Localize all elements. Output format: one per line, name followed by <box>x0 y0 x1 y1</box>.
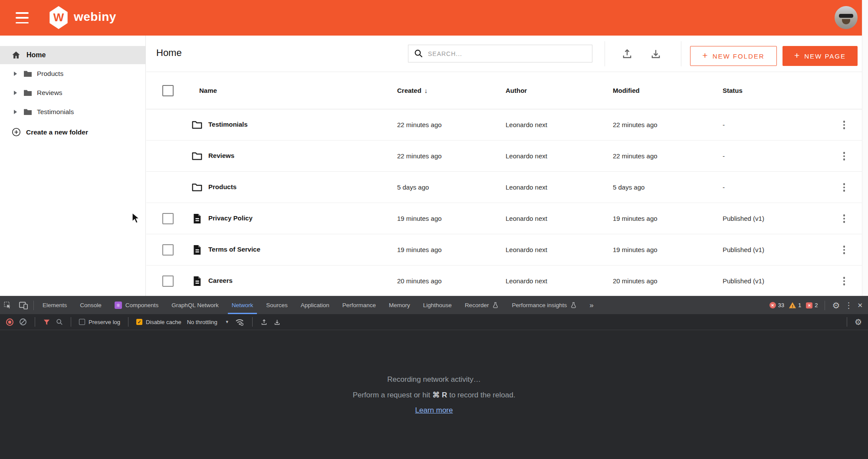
sidebar-item-testimonials[interactable]: Testimonials <box>0 102 145 121</box>
plus-circle-icon <box>12 128 21 137</box>
row-actions-button[interactable] <box>839 275 849 287</box>
table-row-reviews[interactable]: Reviews 22 minutes ago Leonardo next 22 … <box>146 141 862 172</box>
row-checkbox[interactable] <box>162 213 174 224</box>
tab-recorder[interactable]: Recorder <box>458 296 506 314</box>
plus-icon: + <box>794 50 799 61</box>
column-header-author[interactable]: Author <box>506 87 527 94</box>
tabbar-divider <box>825 301 825 310</box>
create-new-folder-button[interactable]: Create a new folder <box>0 128 145 137</box>
sidebar-item-reviews[interactable]: Reviews <box>0 83 145 102</box>
row-name[interactable]: Testimonials <box>208 121 248 128</box>
home-icon <box>11 50 21 60</box>
devtools-close-icon[interactable]: ✕ <box>857 302 863 308</box>
record-network-log-button[interactable] <box>6 318 13 326</box>
chevron-right-icon[interactable] <box>14 110 17 114</box>
devtools-menu-kebab-icon[interactable]: ⋮ <box>845 302 852 309</box>
row-name[interactable]: Careers <box>208 277 233 284</box>
row-name[interactable]: Privacy Policy <box>208 214 253 222</box>
recording-message: Recording network activity… <box>387 375 480 384</box>
cell-modified: 22 minutes ago <box>613 152 658 160</box>
table-row-products[interactable]: Products 5 days ago Leonardo next 5 days… <box>146 172 862 203</box>
import-har-icon[interactable] <box>260 318 268 326</box>
clear-network-log-icon[interactable] <box>19 318 27 326</box>
tab-elements[interactable]: Elements <box>36 296 73 314</box>
network-settings-gear-icon[interactable]: ⚙ <box>855 318 862 326</box>
column-header-status[interactable]: Status <box>723 87 743 94</box>
tab-application[interactable]: Application <box>294 296 336 314</box>
sidebar-item-label: Products <box>37 70 63 78</box>
sidebar-item-label: Testimonials <box>37 108 74 116</box>
column-header-created[interactable]: Created↓ <box>397 87 427 94</box>
issues-count[interactable]: ✕2 <box>806 302 818 308</box>
new-folder-label: NEW FOLDER <box>713 52 765 60</box>
user-avatar[interactable] <box>835 6 858 29</box>
folder-icon <box>23 88 33 98</box>
search-box[interactable] <box>408 45 592 62</box>
row-name[interactable]: Reviews <box>208 152 234 159</box>
network-conditions-icon[interactable] <box>235 318 244 326</box>
sidebar-item-products[interactable]: Products <box>0 64 145 83</box>
sidebar-item-label: Reviews <box>37 89 62 97</box>
row-actions-button[interactable] <box>839 119 849 131</box>
import-upload-icon[interactable] <box>621 48 633 60</box>
learn-more-link[interactable]: Learn more <box>415 406 453 415</box>
table-row-privacy-policy[interactable]: Privacy Policy 19 minutes ago Leonardo n… <box>146 203 862 234</box>
export-har-icon[interactable] <box>273 318 281 326</box>
tab-components[interactable]: ⚛Components <box>108 296 165 314</box>
preserve-log-toggle[interactable]: Preserve log <box>79 319 120 325</box>
preserve-log-checkbox[interactable] <box>79 319 85 325</box>
table-row-careers[interactable]: Careers 20 minutes ago Leonardo next 20 … <box>146 266 862 296</box>
hamburger-menu-icon[interactable] <box>16 12 29 23</box>
new-folder-button[interactable]: + NEW FOLDER <box>690 46 777 66</box>
new-page-button[interactable]: + NEW PAGE <box>783 46 858 66</box>
row-name[interactable]: Products <box>208 183 237 190</box>
tab-graphql-network[interactable]: GraphQL Network <box>165 296 225 314</box>
table-row-terms-of-service[interactable]: Terms of Service 19 minutes ago Leonardo… <box>146 234 862 266</box>
toolbar-divider <box>605 41 605 66</box>
throttling-select[interactable]: No throttling ▼ <box>187 319 229 325</box>
row-actions-button[interactable] <box>839 150 849 162</box>
flask-icon <box>570 302 577 308</box>
tab-network[interactable]: Network <box>225 296 260 314</box>
tab-memory[interactable]: Memory <box>382 296 417 314</box>
cell-status: - <box>723 184 725 191</box>
error-count[interactable]: ✕33 <box>769 302 784 308</box>
inspect-element-icon[interactable] <box>0 296 16 314</box>
row-actions-button[interactable] <box>839 244 849 256</box>
chevron-right-icon[interactable] <box>14 72 17 76</box>
row-checkbox[interactable] <box>162 244 174 256</box>
row-checkbox[interactable] <box>162 275 174 287</box>
row-name[interactable]: Terms of Service <box>208 246 260 253</box>
table-row-testimonials[interactable]: Testimonials 22 minutes ago Leonardo nex… <box>146 109 862 141</box>
select-all-checkbox[interactable] <box>162 85 174 96</box>
search-network-icon[interactable] <box>56 318 63 325</box>
row-actions-button[interactable] <box>839 181 849 193</box>
tab-performance[interactable]: Performance <box>336 296 382 314</box>
hint-message: Perform a request or hit⌘ Rto record the… <box>353 390 516 400</box>
column-header-modified[interactable]: Modified <box>613 87 640 94</box>
page-scrollbar[interactable] <box>862 0 868 296</box>
column-header-name[interactable]: Name <box>199 87 217 94</box>
cell-author: Leonardo next <box>506 152 547 160</box>
table-header: Name Created↓ Author Modified Status <box>146 72 862 109</box>
warning-count[interactable]: !1 <box>789 302 801 308</box>
filter-icon[interactable] <box>43 318 50 326</box>
row-actions-button[interactable] <box>839 213 849 225</box>
search-input[interactable] <box>428 50 586 57</box>
devtools-settings-gear-icon[interactable]: ⚙ <box>832 301 840 310</box>
device-toolbar-icon[interactable] <box>16 296 31 314</box>
chevron-right-icon[interactable] <box>14 91 17 95</box>
tab-sources[interactable]: Sources <box>260 296 294 314</box>
more-tabs-button[interactable]: » <box>583 296 599 314</box>
folder-icon <box>191 181 203 193</box>
disable-cache-toggle[interactable]: ✓ Disable cache <box>136 319 181 325</box>
tabbar-divider <box>33 301 34 310</box>
tab-performance-insights[interactable]: Performance insights <box>505 296 583 314</box>
sidebar-item-home[interactable]: Home <box>0 46 145 64</box>
disable-cache-checkbox[interactable]: ✓ <box>136 319 142 325</box>
cell-created: 22 minutes ago <box>397 152 442 160</box>
tab-console[interactable]: Console <box>73 296 108 314</box>
tab-lighthouse[interactable]: Lighthouse <box>417 296 458 314</box>
export-download-icon[interactable] <box>650 48 662 60</box>
sort-desc-icon: ↓ <box>424 87 428 94</box>
